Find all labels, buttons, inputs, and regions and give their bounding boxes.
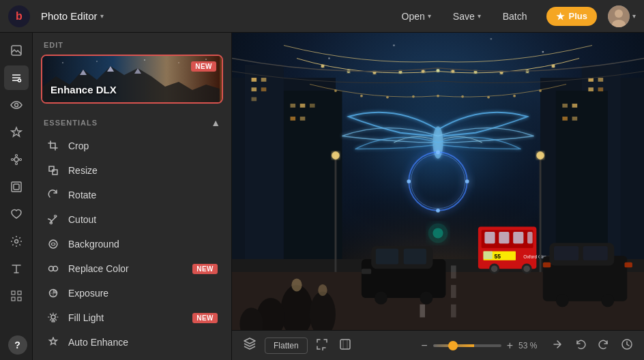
essentials-collapse-btn[interactable]: ▲ bbox=[211, 117, 220, 128]
svg-rect-55 bbox=[598, 78, 604, 82]
zoom-out-button[interactable]: − bbox=[421, 340, 427, 352]
effects-tool-btn[interactable] bbox=[4, 147, 29, 172]
edit-tool-btn[interactable] bbox=[4, 65, 29, 90]
svg-point-84 bbox=[437, 95, 439, 97]
image-tool-btn[interactable] bbox=[4, 38, 29, 63]
svg-rect-58 bbox=[562, 104, 568, 108]
replace-color-label: Replace Color bbox=[68, 263, 129, 274]
tool-item-background[interactable]: Background bbox=[35, 232, 229, 256]
batch-button[interactable]: Batch bbox=[495, 7, 536, 26]
svg-rect-50 bbox=[300, 117, 306, 121]
tool-item-resize[interactable]: Resize bbox=[35, 158, 229, 183]
svg-rect-28 bbox=[53, 170, 57, 175]
auto-enhance-icon bbox=[46, 337, 60, 348]
app-logo: b bbox=[8, 5, 30, 27]
avatar-wrapper[interactable]: ▾ bbox=[608, 5, 636, 27]
svg-point-131 bbox=[318, 284, 327, 296]
svg-point-24 bbox=[144, 59, 145, 61]
svg-point-86 bbox=[487, 96, 490, 99]
svg-point-69 bbox=[321, 65, 325, 68]
tool-item-rotate[interactable]: Rotate bbox=[35, 183, 229, 207]
flip-button[interactable] bbox=[548, 335, 566, 356]
undo-button[interactable] bbox=[572, 335, 589, 356]
zoom-in-button[interactable]: + bbox=[507, 340, 513, 352]
redo-button[interactable] bbox=[595, 335, 613, 356]
topbar-nav: Open ▾ Save ▾ Batch bbox=[394, 7, 536, 26]
svg-text:55: 55 bbox=[495, 253, 501, 260]
tool-item-exposure[interactable]: Exposure bbox=[35, 281, 229, 305]
svg-point-139 bbox=[490, 38, 492, 40]
zoom-slider[interactable] bbox=[433, 344, 501, 347]
text-tool-btn[interactable] bbox=[4, 256, 29, 281]
canvas-area: 55 Oxford Circus bbox=[232, 33, 644, 360]
texture-tool-btn[interactable] bbox=[4, 284, 29, 308]
svg-rect-41 bbox=[251, 78, 257, 82]
svg-point-65 bbox=[436, 150, 440, 154]
flatten-button[interactable]: Flatten bbox=[265, 338, 308, 354]
auto-enhance-label: Auto Enhance bbox=[68, 337, 128, 348]
svg-rect-113 bbox=[376, 249, 398, 265]
svg-point-85 bbox=[461, 95, 464, 98]
svg-point-75 bbox=[451, 70, 454, 73]
svg-rect-46 bbox=[290, 104, 295, 108]
svg-rect-120 bbox=[554, 246, 579, 260]
cutout-label: Cutout bbox=[68, 214, 96, 225]
svg-point-9 bbox=[14, 158, 18, 162]
svg-rect-43 bbox=[251, 87, 257, 91]
plus-button[interactable]: ★ Plus bbox=[546, 7, 597, 26]
svg-rect-42 bbox=[261, 78, 267, 82]
user-avatar bbox=[608, 5, 630, 27]
history-button[interactable] bbox=[618, 335, 636, 356]
heart-tool-btn[interactable] bbox=[4, 202, 29, 226]
svg-point-134 bbox=[332, 151, 339, 159]
enhance-dlx-label: Enhance DLX bbox=[50, 84, 117, 95]
svg-point-13 bbox=[19, 159, 21, 161]
svg-rect-142 bbox=[340, 340, 350, 349]
svg-point-30 bbox=[55, 215, 57, 217]
app-title-button[interactable]: Photo Editor ▾ bbox=[41, 10, 104, 22]
svg-rect-122 bbox=[543, 262, 551, 268]
rotate-icon bbox=[46, 190, 60, 200]
tool-item-cutout[interactable]: Cutout bbox=[35, 207, 229, 232]
eye-tool-btn[interactable] bbox=[4, 93, 29, 117]
fill-light-label: Fill Light bbox=[68, 312, 104, 323]
essentials-title: ESSENTIALS bbox=[44, 119, 98, 127]
svg-point-80 bbox=[334, 89, 337, 92]
icon-bar: ? bbox=[0, 33, 33, 360]
open-button[interactable]: Open ▾ bbox=[394, 7, 439, 26]
tool-item-fill-light[interactable]: Fill Light NEW bbox=[35, 305, 229, 330]
left-panel: EDIT bbox=[33, 33, 232, 360]
save-button[interactable]: Save ▾ bbox=[445, 7, 489, 26]
svg-rect-101 bbox=[513, 232, 523, 243]
star-tool-btn[interactable] bbox=[4, 120, 29, 145]
tools-list: Crop Resize bbox=[33, 134, 231, 360]
help-button[interactable]: ? bbox=[8, 335, 27, 355]
app-title-chevron: ▾ bbox=[100, 12, 104, 20]
enhance-dlx-card[interactable]: Enhance DLX NEW bbox=[41, 55, 223, 104]
svg-point-124 bbox=[556, 294, 569, 307]
canvas-image[interactable]: 55 Oxford Circus bbox=[232, 33, 644, 330]
topbar: b Photo Editor ▾ Open ▾ Save ▾ Batch ★ P… bbox=[0, 0, 644, 33]
exposure-icon bbox=[46, 288, 60, 299]
svg-rect-17 bbox=[12, 291, 15, 295]
svg-rect-45 bbox=[251, 97, 257, 102]
svg-rect-123 bbox=[625, 262, 632, 268]
svg-rect-106 bbox=[483, 252, 492, 259]
fill-light-icon bbox=[46, 312, 60, 323]
svg-point-125 bbox=[601, 294, 614, 307]
svg-rect-27 bbox=[49, 166, 54, 171]
fullscreen-button[interactable] bbox=[336, 335, 354, 356]
tool-item-replace-color[interactable]: Replace Color NEW bbox=[35, 256, 229, 281]
svg-point-108 bbox=[491, 265, 497, 271]
essentials-header: ESSENTIALS ▲ bbox=[33, 112, 231, 134]
svg-rect-49 bbox=[290, 117, 295, 121]
settings-tool-btn[interactable] bbox=[4, 229, 29, 254]
svg-point-135 bbox=[536, 151, 544, 159]
layers-button[interactable] bbox=[240, 334, 259, 357]
fit-screen-button[interactable] bbox=[313, 335, 331, 356]
svg-point-117 bbox=[420, 291, 433, 304]
frame-tool-btn[interactable] bbox=[4, 175, 29, 199]
tool-item-auto-enhance[interactable]: Auto Enhance bbox=[35, 330, 229, 355]
tool-item-crop[interactable]: Crop bbox=[35, 134, 229, 158]
crop-label: Crop bbox=[68, 140, 89, 151]
